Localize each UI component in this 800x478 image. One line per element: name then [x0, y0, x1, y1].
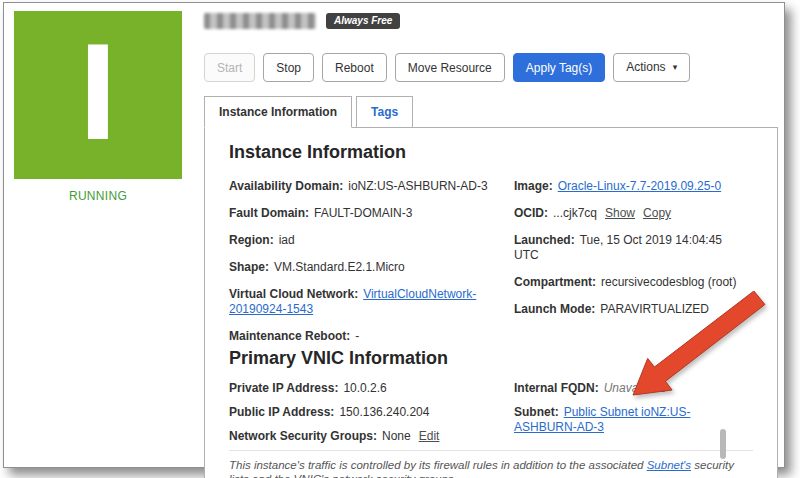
- section-heading-primary-vnic: Primary VNIC Information: [229, 348, 753, 369]
- field-maintenance-reboot: Maintenance Reboot:-: [229, 329, 514, 344]
- field-internal-fqdn: Internal FQDN:Unavailable: [514, 381, 753, 396]
- instance-status: RUNNING: [14, 189, 182, 203]
- move-resource-button[interactable]: Move Resource: [395, 53, 505, 82]
- instance-state-icon: I: [14, 11, 182, 179]
- vnic-info-grid: Private IP Address:10.0.2.6 Public IP Ad…: [229, 381, 753, 444]
- field-subnet: Subnet:Public Subnet ioNZ:US-ASHBURN-AD-…: [514, 405, 753, 435]
- tab-bar: Instance Information Tags: [204, 96, 778, 127]
- firewall-note: This instance's traffic is controlled by…: [229, 450, 753, 478]
- toolbar: Start Stop Reboot Move Resource Apply Ta…: [204, 53, 778, 82]
- tab-tags[interactable]: Tags: [356, 96, 413, 128]
- field-public-ip: Public IP Address:150.136.240.204: [229, 405, 514, 420]
- instance-info-grid: Availability Domain:ioNZ:US-ASHBURN-AD-3…: [229, 179, 753, 344]
- instance-info-right-column: Image:Oracle-Linux-7.7-2019.09.25-0 OCID…: [514, 179, 753, 344]
- field-fault-domain: Fault Domain:FAULT-DOMAIN-3: [229, 206, 514, 221]
- field-image: Image:Oracle-Linux-7.7-2019.09.25-0: [514, 179, 753, 194]
- field-shape: Shape:VM.Standard.E2.1.Micro: [229, 260, 514, 275]
- main-content: Always Free Start Stop Reboot Move Resou…: [204, 3, 778, 478]
- ocid-copy-link[interactable]: Copy: [643, 206, 671, 220]
- instance-letter-icon: I: [79, 22, 117, 160]
- screenshot-page: I RUNNING Always Free Start Stop Reboot …: [0, 0, 800, 478]
- title-row: Always Free: [204, 11, 778, 31]
- field-region: Region:iad: [229, 233, 514, 248]
- vnic-info-left-column: Private IP Address:10.0.2.6 Public IP Ad…: [229, 381, 514, 444]
- field-availability-domain: Availability Domain:ioNZ:US-ASHBURN-AD-3: [229, 179, 514, 194]
- instance-info-left-column: Availability Domain:ioNZ:US-ASHBURN-AD-3…: [229, 179, 514, 344]
- field-private-ip: Private IP Address:10.0.2.6: [229, 381, 514, 396]
- field-ocid: OCID:...cjk7cqShowCopy: [514, 206, 753, 221]
- actions-label: Actions: [626, 60, 665, 74]
- always-free-badge: Always Free: [326, 13, 400, 29]
- field-launch-mode: Launch Mode:PARAVIRTUALIZED: [514, 302, 753, 317]
- image-link[interactable]: Oracle-Linux-7.7-2019.09.25-0: [558, 179, 721, 193]
- stop-button[interactable]: Stop: [263, 53, 314, 82]
- apply-tags-button[interactable]: Apply Tag(s): [513, 53, 605, 82]
- tab-instance-information[interactable]: Instance Information: [204, 96, 352, 128]
- instance-information-panel: Instance Information Availability Domain…: [204, 127, 778, 478]
- vnic-info-right-column: Internal FQDN:Unavailable Subnet:Public …: [514, 381, 753, 444]
- field-network-security-groups: Network Security Groups:NoneEdit: [229, 429, 514, 444]
- footnote-subnet-link[interactable]: Subnet's: [647, 459, 691, 471]
- nsg-edit-link[interactable]: Edit: [419, 429, 440, 443]
- ocid-show-link[interactable]: Show: [605, 206, 635, 220]
- actions-dropdown-button[interactable]: Actions▾: [613, 53, 690, 82]
- field-virtual-cloud-network: Virtual Cloud Network:VirtualCloudNetwor…: [229, 287, 514, 317]
- field-launched: Launched:Tue, 15 Oct 2019 14:04:45 UTC: [514, 233, 753, 263]
- instance-details-window: I RUNNING Always Free Start Stop Reboot …: [3, 2, 785, 468]
- section-heading-instance-information: Instance Information: [229, 142, 753, 163]
- field-compartment: Compartment:recursivecodesblog (root): [514, 275, 753, 290]
- start-button[interactable]: Start: [204, 53, 255, 82]
- scrollbar-thumb[interactable]: [720, 429, 726, 459]
- instance-name-redacted: [204, 13, 316, 29]
- firewall-note-text-before: This instance's traffic is controlled by…: [229, 459, 647, 471]
- chevron-down-icon: ▾: [673, 60, 678, 74]
- reboot-button[interactable]: Reboot: [322, 53, 387, 82]
